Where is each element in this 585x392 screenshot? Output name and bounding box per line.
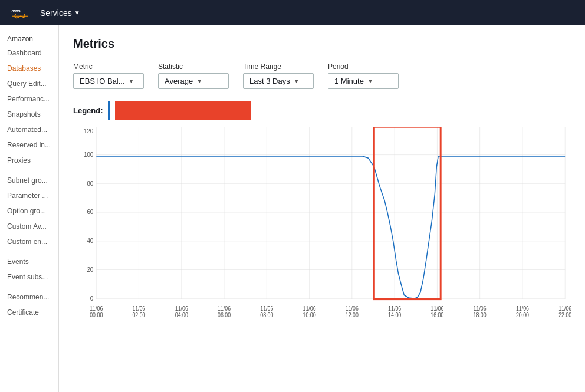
svg-text:120: 120	[84, 127, 93, 135]
svg-text:16:00: 16:00	[430, 311, 443, 318]
svg-text:100: 100	[84, 150, 93, 158]
metric-select[interactable]: EBS IO Bal... ▼	[73, 73, 144, 89]
sidebar-item-recommendations[interactable]: Recommen...	[0, 289, 58, 305]
sidebar: Amazon Dashboard Databases Query Edit...…	[0, 25, 59, 392]
chart-container: 0 20 40 60 80 100 120	[73, 127, 571, 327]
timerange-filter: Time Range Last 3 Days ▼	[243, 62, 314, 89]
period-chevron-icon: ▼	[367, 78, 373, 84]
period-value: 1 Minute	[334, 77, 364, 85]
svg-text:11/06: 11/06	[303, 305, 316, 312]
metric-chevron-icon: ▼	[129, 78, 134, 84]
sidebar-item-dashboard[interactable]: Dashboard	[0, 45, 58, 61]
page-layout: Amazon Dashboard Databases Query Edit...…	[0, 25, 585, 392]
svg-text:11/06: 11/06	[260, 305, 273, 312]
legend-series-bar	[115, 101, 251, 120]
legend-row: Legend:	[73, 101, 571, 120]
sidebar-item-events[interactable]: Events	[0, 254, 58, 269]
svg-text:11/06: 11/06	[218, 305, 231, 312]
sidebar-item-proxies[interactable]: Proxies	[0, 153, 58, 168]
svg-text:11/06: 11/06	[474, 305, 487, 312]
svg-text:11/06: 11/06	[175, 305, 188, 312]
services-button[interactable]: Services ▼	[40, 8, 80, 18]
svg-text:08:00: 08:00	[260, 311, 273, 318]
statistic-chevron-icon: ▼	[196, 78, 202, 84]
services-label: Services	[40, 8, 72, 18]
svg-text:14:00: 14:00	[388, 311, 401, 318]
sidebar-section-title: Amazon	[0, 30, 58, 45]
timerange-label: Time Range	[243, 62, 314, 71]
svg-text:12:00: 12:00	[346, 311, 359, 318]
svg-text:11/06: 11/06	[346, 305, 359, 312]
metrics-chart: 0 20 40 60 80 100 120	[73, 127, 571, 327]
svg-text:18:00: 18:00	[474, 311, 487, 318]
svg-text:06:00: 06:00	[218, 311, 231, 318]
svg-text:11/06: 11/06	[516, 305, 529, 312]
legend-color-indicator	[108, 101, 110, 120]
services-chevron-icon: ▼	[74, 9, 80, 16]
filter-row: Metric EBS IO Bal... ▼ Statistic Average…	[73, 62, 571, 89]
sidebar-item-performance[interactable]: Performanc...	[0, 91, 58, 107]
statistic-label: Statistic	[158, 62, 229, 71]
metric-filter: Metric EBS IO Bal... ▼	[73, 62, 144, 89]
sidebar-item-custom-en[interactable]: Custom en...	[0, 234, 58, 249]
period-label: Period	[328, 62, 399, 71]
sidebar-item-custom-av[interactable]: Custom Av...	[0, 219, 58, 234]
svg-text:22:00: 22:00	[558, 311, 571, 318]
sidebar-item-event-subs[interactable]: Event subs...	[0, 269, 58, 285]
sidebar-item-databases[interactable]: Databases	[0, 61, 58, 76]
sidebar-item-certificate[interactable]: Certificate	[0, 305, 58, 320]
timerange-value: Last 3 Days	[249, 77, 290, 85]
metric-line	[96, 156, 565, 298]
main-content: Metrics Metric EBS IO Bal... ▼ Statistic…	[59, 25, 585, 392]
svg-text:20: 20	[87, 265, 93, 273]
svg-text:20:00: 20:00	[516, 311, 529, 318]
page-title: Metrics	[73, 37, 571, 51]
sidebar-item-automated[interactable]: Automated...	[0, 122, 58, 137]
period-select[interactable]: 1 Minute ▼	[328, 73, 399, 89]
svg-text:00:00: 00:00	[90, 311, 103, 318]
svg-text:11/06: 11/06	[558, 305, 571, 312]
metric-label: Metric	[73, 62, 144, 71]
svg-text:11/06: 11/06	[388, 305, 401, 312]
top-navigation: aws Services ▼	[0, 0, 585, 25]
sidebar-item-option[interactable]: Option gro...	[0, 203, 58, 219]
svg-text:10:00: 10:00	[303, 311, 316, 318]
svg-text:aws: aws	[12, 8, 21, 14]
sidebar-item-query-editor[interactable]: Query Edit...	[0, 76, 58, 91]
metric-value: EBS IO Bal...	[80, 77, 125, 85]
svg-rect-51	[374, 127, 441, 299]
svg-text:11/06: 11/06	[132, 305, 145, 312]
svg-text:0: 0	[90, 294, 94, 302]
timerange-select[interactable]: Last 3 Days ▼	[243, 73, 314, 89]
svg-text:60: 60	[87, 208, 93, 216]
statistic-select[interactable]: Average ▼	[158, 73, 229, 89]
statistic-filter: Statistic Average ▼	[158, 62, 229, 89]
timerange-chevron-icon: ▼	[294, 78, 300, 84]
svg-text:40: 40	[87, 237, 93, 245]
sidebar-item-snapshots[interactable]: Snapshots	[0, 107, 58, 122]
svg-text:11/06: 11/06	[430, 305, 443, 312]
svg-text:80: 80	[87, 179, 93, 187]
svg-text:04:00: 04:00	[175, 311, 188, 318]
svg-text:11/06: 11/06	[90, 305, 103, 312]
svg-text:02:00: 02:00	[132, 311, 145, 318]
aws-logo[interactable]: aws	[9, 6, 31, 19]
period-filter: Period 1 Minute ▼	[328, 62, 399, 89]
sidebar-item-reserved[interactable]: Reserved in...	[0, 137, 58, 153]
statistic-value: Average	[165, 77, 193, 85]
sidebar-item-parameter[interactable]: Parameter ...	[0, 188, 58, 203]
legend-label: Legend:	[73, 106, 103, 115]
sidebar-item-subnet[interactable]: Subnet gro...	[0, 173, 58, 188]
